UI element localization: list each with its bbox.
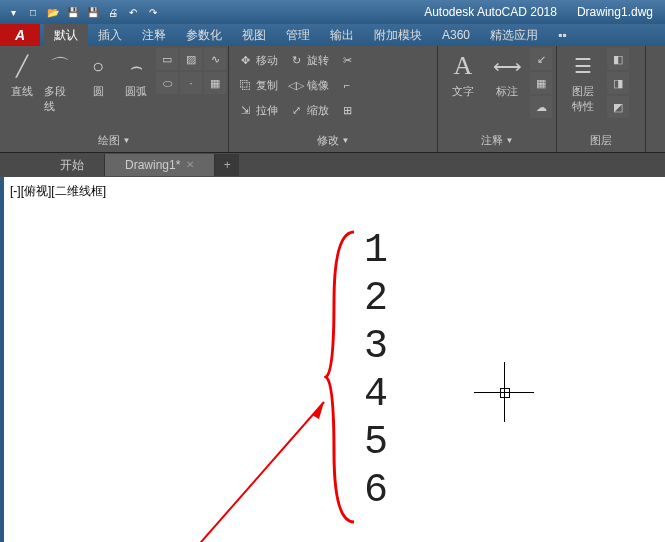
panel-modify-title[interactable]: 修改▼ xyxy=(233,130,433,150)
tab-a360[interactable]: A360 xyxy=(432,24,480,46)
panel-layer-title[interactable]: 图层 xyxy=(561,130,641,150)
fillet-button[interactable]: ⌐ xyxy=(335,75,359,95)
panel-draw: ╱直线 ⌒多段线 ○圆 ⌢圆弧 ▭ ▨ ∿ ⬭ · ▦ 绘图▼ xyxy=(0,46,229,152)
num-3: 3 xyxy=(364,323,390,371)
svg-line-0 xyxy=(144,402,324,542)
close-icon[interactable]: ✕ xyxy=(186,154,194,176)
move-button[interactable]: ✥移动 xyxy=(233,50,282,70)
dim-icon: ⟷ xyxy=(491,50,523,82)
rotate-button[interactable]: ↻旋转 xyxy=(284,50,333,70)
layer-props-button[interactable]: ☰图层 特性 xyxy=(561,48,605,116)
leader-icon[interactable]: ↙ xyxy=(530,48,552,70)
svg-marker-1 xyxy=(312,402,324,419)
draw-small-buttons: ▭ ▨ ∿ ⬭ · ▦ xyxy=(156,48,226,94)
layer-iso-icon[interactable]: ◨ xyxy=(607,72,629,94)
cloud-icon[interactable]: ☁ xyxy=(530,96,552,118)
layer-off-icon[interactable]: ◩ xyxy=(607,96,629,118)
saveas-icon[interactable]: 💾 xyxy=(84,3,102,21)
tab-parametric[interactable]: 参数化 xyxy=(176,24,232,46)
num-2: 2 xyxy=(364,275,390,323)
new-icon[interactable]: □ xyxy=(24,3,42,21)
chevron-down-icon: ▼ xyxy=(123,136,131,145)
product-name: Autodesk AutoCAD 2018 xyxy=(424,5,557,19)
num-1: 1 xyxy=(364,227,390,275)
tab-featured[interactable]: 精选应用 xyxy=(480,24,548,46)
ribbon: A 默认 插入 注释 参数化 视图 管理 输出 附加模块 A360 精选应用 ▪… xyxy=(0,24,665,153)
line-button[interactable]: ╱直线 xyxy=(4,48,40,101)
tab-insert[interactable]: 插入 xyxy=(88,24,132,46)
tab-view[interactable]: 视图 xyxy=(232,24,276,46)
tab-more[interactable]: ▪▪ xyxy=(548,24,577,46)
ribbon-body: ╱直线 ⌒多段线 ○圆 ⌢圆弧 ▭ ▨ ∿ ⬭ · ▦ 绘图▼ ✥移动 ↻旋转 xyxy=(0,46,665,152)
point-icon[interactable]: · xyxy=(180,72,202,94)
tab-manage[interactable]: 管理 xyxy=(276,24,320,46)
stretch-button[interactable]: ⇲拉伸 xyxy=(233,100,282,120)
trim-icon: ✂ xyxy=(339,52,355,68)
redo-icon[interactable]: ↷ xyxy=(144,3,162,21)
text-icon: A xyxy=(447,50,479,82)
panel-draw-title[interactable]: 绘图▼ xyxy=(4,130,224,150)
app-menu-arrow[interactable]: ▾ xyxy=(4,3,22,21)
app-button[interactable]: A xyxy=(0,24,40,46)
fillet-icon: ⌐ xyxy=(339,77,355,93)
quick-access-toolbar: ▾ □ 📂 💾 💾 🖨 ↶ ↷ xyxy=(4,3,162,21)
num-6: 6 xyxy=(364,467,390,515)
chevron-down-icon: ▼ xyxy=(342,136,350,145)
undo-icon[interactable]: ↶ xyxy=(124,3,142,21)
chevron-down-icon: ▼ xyxy=(506,136,514,145)
tab-annotate[interactable]: 注释 xyxy=(132,24,176,46)
tab-output[interactable]: 输出 xyxy=(320,24,364,46)
drawing-canvas[interactable]: [-][俯视][二维线框] 1 2 3 4 5 6 数字递增 xyxy=(0,177,665,542)
mirror-button[interactable]: ◁▷镜像 xyxy=(284,75,333,95)
layer-state-icon[interactable]: ◧ xyxy=(607,48,629,70)
hatch-icon[interactable]: ▨ xyxy=(180,48,202,70)
panel-modify: ✥移动 ↻旋转 ✂ ⿻复制 ◁▷镜像 ⌐ ⇲拉伸 ⤢缩放 ⊞ 修改▼ xyxy=(229,46,438,152)
title-text: Autodesk AutoCAD 2018 Drawing1.dwg xyxy=(424,5,661,19)
spline-icon[interactable]: ∿ xyxy=(204,48,226,70)
array-icon: ⊞ xyxy=(339,102,355,118)
trim-button[interactable]: ✂ xyxy=(335,50,359,70)
plot-icon[interactable]: 🖨 xyxy=(104,3,122,21)
save-icon[interactable]: 💾 xyxy=(64,3,82,21)
array-button[interactable]: ⊞ xyxy=(335,100,359,120)
circle-icon: ○ xyxy=(82,50,114,82)
move-icon: ✥ xyxy=(237,52,253,68)
panel-annotate: A文字 ⟷标注 ↙ ▦ ☁ 注释▼ xyxy=(438,46,557,152)
rotate-icon: ↻ xyxy=(288,52,304,68)
doc-tab-drawing1[interactable]: Drawing1*✕ xyxy=(105,154,215,176)
ellipse-icon[interactable]: ⬭ xyxy=(156,72,178,94)
copy-button[interactable]: ⿻复制 xyxy=(233,75,282,95)
tab-addins[interactable]: 附加模块 xyxy=(364,24,432,46)
new-tab-button[interactable]: + xyxy=(215,154,239,176)
panel-annotate-title[interactable]: 注释▼ xyxy=(442,130,552,150)
scale-button[interactable]: ⤢缩放 xyxy=(284,100,333,120)
num-5: 5 xyxy=(364,419,390,467)
drawing-numbers: 1 2 3 4 5 6 xyxy=(364,227,390,515)
pickbox xyxy=(500,388,510,398)
region-icon[interactable]: ▦ xyxy=(204,72,226,94)
arrow-annotation xyxy=(144,397,344,542)
tab-default[interactable]: 默认 xyxy=(44,24,88,46)
rect-icon[interactable]: ▭ xyxy=(156,48,178,70)
doc-tab-start[interactable]: 开始 xyxy=(40,154,105,176)
file-name: Drawing1.dwg xyxy=(577,5,653,19)
line-icon: ╱ xyxy=(6,50,38,82)
dim-button[interactable]: ⟷标注 xyxy=(486,48,528,101)
layers-icon: ☰ xyxy=(567,50,599,82)
ribbon-tabs: A 默认 插入 注释 参数化 视图 管理 输出 附加模块 A360 精选应用 ▪… xyxy=(0,24,665,46)
text-button[interactable]: A文字 xyxy=(442,48,484,101)
title-bar: ▾ □ 📂 💾 💾 🖨 ↶ ↷ Autodesk AutoCAD 2018 Dr… xyxy=(0,0,665,24)
copy-icon: ⿻ xyxy=(237,77,253,93)
open-icon[interactable]: 📂 xyxy=(44,3,62,21)
polyline-button[interactable]: ⌒多段线 xyxy=(42,48,78,116)
arc-button[interactable]: ⌢圆弧 xyxy=(118,48,154,101)
num-4: 4 xyxy=(364,371,390,419)
circle-button[interactable]: ○圆 xyxy=(80,48,116,101)
stretch-icon: ⇲ xyxy=(237,102,253,118)
panel-layer: ☰图层 特性 ◧ ◨ ◩ 图层 xyxy=(557,46,646,152)
view-controls-label[interactable]: [-][俯视][二维线框] xyxy=(10,183,106,200)
polyline-icon: ⌒ xyxy=(44,50,76,82)
mirror-icon: ◁▷ xyxy=(288,77,304,93)
document-tabs: 开始 Drawing1*✕ + xyxy=(0,153,665,177)
table-icon[interactable]: ▦ xyxy=(530,72,552,94)
